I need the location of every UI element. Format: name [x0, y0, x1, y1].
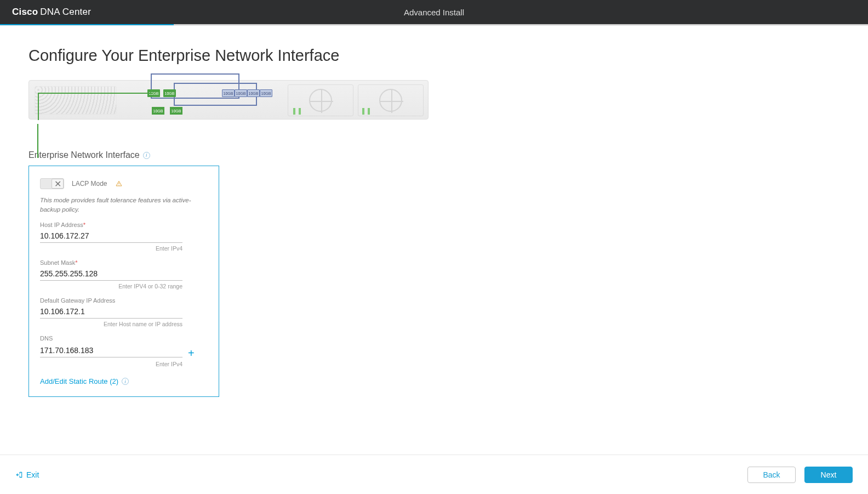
label-text: Default Gateway IP Address	[40, 297, 115, 304]
progress-fill	[0, 24, 174, 25]
label-text: Subnet Mask	[40, 259, 75, 266]
lacp-toggle-row: ✕ LACP Mode	[40, 178, 208, 189]
exit-text: Exit	[26, 470, 39, 479]
interface-card: ✕ LACP Mode This mode provides fault tol…	[28, 166, 219, 397]
add-dns-button[interactable]: +	[188, 348, 195, 359]
gateway-input[interactable]	[40, 305, 182, 319]
psu-1	[288, 84, 353, 116]
lacp-label: LACP Mode	[72, 180, 107, 188]
field-label: DNS	[40, 335, 204, 342]
port-10gb-blue[interactable]: 10GB	[247, 89, 260, 97]
port-10gb-green[interactable]: 10GB	[163, 89, 176, 97]
exit-icon	[15, 471, 23, 479]
port-10gb-green[interactable]: 10GB	[152, 107, 164, 115]
field-host-ip: Host IP Address* Enter IPv4	[40, 222, 182, 252]
app-header: CiscoDNA Center Advanced Install	[0, 0, 868, 24]
mode-description: This mode provides fault tolerance featu…	[40, 196, 208, 214]
field-gateway: Default Gateway IP Address Enter Host na…	[40, 297, 182, 327]
back-button[interactable]: Back	[747, 467, 796, 483]
field-hint: Enter Host name or IP address	[40, 321, 182, 327]
section-label-text: Enterprise Network Interface	[28, 150, 140, 160]
label-text: Host IP Address	[40, 222, 83, 228]
field-label: Host IP Address*	[40, 222, 182, 228]
toggle-knob: ✕	[52, 179, 64, 189]
port-10gb-green[interactable]: 10GB	[170, 107, 182, 115]
warning-icon	[116, 180, 122, 187]
psu-2	[358, 84, 424, 116]
svg-point-1	[119, 185, 119, 185]
next-button[interactable]: Next	[804, 467, 853, 483]
required-mark: *	[83, 222, 85, 228]
connector-line-v-top	[38, 93, 39, 120]
field-subnet: Subnet Mask* Enter IPV4 or 0-32 range	[40, 259, 182, 289]
vent-panel	[35, 86, 117, 115]
port-10gb-blue[interactable]: 10GB	[222, 89, 235, 97]
brand-bold: Cisco	[12, 7, 38, 17]
section-label: Enterprise Network Interface i	[28, 150, 840, 160]
info-icon: i	[122, 378, 129, 385]
info-icon[interactable]: i	[143, 152, 150, 159]
required-mark: *	[75, 259, 77, 266]
field-hint: Enter IPv4	[40, 361, 182, 367]
exit-link[interactable]: Exit	[15, 470, 39, 479]
port-10gb-blue[interactable]: 10GB	[260, 89, 272, 97]
host-ip-input[interactable]	[40, 230, 182, 243]
connector-line-h	[38, 93, 153, 94]
main-content: Configure Your Enterprise Network Interf…	[0, 26, 868, 397]
field-dns: DNS + Enter IPv4	[40, 335, 204, 367]
static-route-link[interactable]: Add/Edit Static Route (2) i	[40, 377, 208, 385]
field-hint: Enter IPV4 or 0-32 range	[40, 283, 182, 289]
lacp-toggle[interactable]: ✕	[40, 178, 64, 189]
fan-icon	[379, 89, 402, 112]
field-label: Default Gateway IP Address	[40, 297, 182, 304]
footer-buttons: Back Next	[747, 467, 853, 483]
port-10gb-blue[interactable]: 10GB	[235, 89, 247, 97]
static-route-text: Add/Edit Static Route (2)	[40, 377, 118, 385]
brand: CiscoDNA Center	[12, 7, 91, 18]
subnet-input[interactable]	[40, 268, 182, 281]
port-group-top-blue: 10GB 10GB 10GB 10GB	[221, 88, 273, 98]
appliance-diagram: 10GB 10GB 10GB 10GB 10GB 10GB 10GB 10GB	[28, 80, 429, 120]
port-group-bottom-green: 10GB 10GB	[152, 107, 182, 115]
fan-icon	[309, 89, 332, 112]
dns-input[interactable]	[40, 344, 182, 357]
brand-light: DNA Center	[40, 7, 91, 17]
field-hint: Enter IPv4	[40, 245, 182, 252]
field-label: Subnet Mask*	[40, 259, 182, 266]
footer-bar: Exit Back Next	[0, 455, 868, 494]
close-icon: ✕	[54, 179, 61, 189]
page-title: Configure Your Enterprise Network Interf…	[28, 47, 840, 65]
header-center-title: Advanced Install	[404, 8, 464, 17]
connector-line-v	[37, 124, 38, 158]
